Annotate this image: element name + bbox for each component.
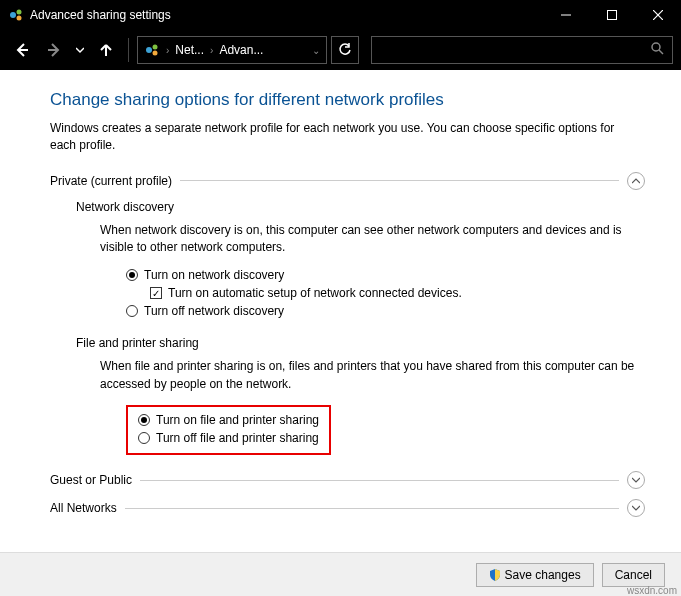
section-all-networks[interactable]: All Networks [50, 499, 645, 517]
cancel-button[interactable]: Cancel [602, 563, 665, 587]
svg-point-0 [10, 12, 16, 18]
highlight-box: Turn on file and printer sharing Turn of… [126, 405, 331, 455]
button-label: Cancel [615, 568, 652, 582]
shield-icon [489, 569, 501, 581]
recent-dropdown[interactable] [72, 36, 88, 64]
maximize-button[interactable] [589, 0, 635, 30]
subsection-file-printer-sharing: File and printer sharing [76, 336, 645, 350]
footer-bar: Save changes Cancel [0, 552, 681, 596]
description: When file and printer sharing is on, fil… [100, 358, 640, 393]
svg-point-12 [652, 43, 660, 51]
radio-fps-on[interactable]: Turn on file and printer sharing [138, 413, 319, 427]
back-button[interactable] [8, 36, 36, 64]
refresh-button[interactable] [331, 36, 359, 64]
section-label: Guest or Public [50, 473, 132, 487]
radio-label: Turn off network discovery [144, 304, 284, 318]
section-label: Private (current profile) [50, 174, 172, 188]
button-label: Save changes [505, 568, 581, 582]
checkbox-auto-setup[interactable]: ✓ Turn on automatic setup of network con… [150, 286, 645, 300]
svg-point-11 [153, 51, 158, 56]
page-heading: Change sharing options for different net… [50, 90, 645, 110]
breadcrumb[interactable]: › Net... › Advan... ⌄ [137, 36, 327, 64]
checkbox-label: Turn on automatic setup of network conne… [168, 286, 462, 300]
svg-point-1 [17, 10, 22, 15]
radio-label: Turn off file and printer sharing [156, 431, 319, 445]
radio-icon [138, 432, 150, 444]
svg-line-13 [659, 50, 663, 54]
radio-discovery-on[interactable]: Turn on network discovery [126, 268, 645, 282]
search-input[interactable] [371, 36, 673, 64]
radio-label: Turn on network discovery [144, 268, 284, 282]
app-icon [8, 7, 24, 23]
chevron-right-icon: › [210, 45, 213, 56]
expand-icon[interactable] [627, 471, 645, 489]
radio-icon [126, 269, 138, 281]
svg-point-10 [153, 45, 158, 50]
radio-icon [138, 414, 150, 426]
breadcrumb-part[interactable]: Net... [175, 43, 204, 57]
radio-label: Turn on file and printer sharing [156, 413, 319, 427]
checkbox-icon: ✓ [150, 287, 162, 299]
up-button[interactable] [92, 36, 120, 64]
subsection-network-discovery: Network discovery [76, 200, 645, 214]
chevron-down-icon[interactable]: ⌄ [312, 45, 320, 56]
forward-button[interactable] [40, 36, 68, 64]
expand-icon[interactable] [627, 499, 645, 517]
chevron-right-icon: › [166, 45, 169, 56]
page-subtext: Windows creates a separate network profi… [50, 120, 630, 154]
breadcrumb-part[interactable]: Advan... [219, 43, 263, 57]
divider [180, 180, 619, 181]
divider [140, 480, 619, 481]
radio-icon [126, 305, 138, 317]
navigation-bar: › Net... › Advan... ⌄ [0, 30, 681, 70]
content-area: Change sharing options for different net… [0, 70, 681, 550]
svg-point-9 [146, 47, 152, 53]
radio-fps-off[interactable]: Turn off file and printer sharing [138, 431, 319, 445]
svg-point-2 [17, 16, 22, 21]
window-title: Advanced sharing settings [30, 8, 543, 22]
window-titlebar: Advanced sharing settings [0, 0, 681, 30]
collapse-icon[interactable] [627, 172, 645, 190]
section-private[interactable]: Private (current profile) [50, 172, 645, 190]
save-changes-button[interactable]: Save changes [476, 563, 594, 587]
divider [125, 508, 619, 509]
minimize-button[interactable] [543, 0, 589, 30]
breadcrumb-icon [144, 42, 160, 58]
radio-discovery-off[interactable]: Turn off network discovery [126, 304, 645, 318]
close-button[interactable] [635, 0, 681, 30]
divider [128, 38, 129, 62]
section-guest-public[interactable]: Guest or Public [50, 471, 645, 489]
svg-rect-4 [608, 11, 617, 20]
description: When network discovery is on, this compu… [100, 222, 640, 257]
section-label: All Networks [50, 501, 117, 515]
search-icon [651, 42, 664, 58]
